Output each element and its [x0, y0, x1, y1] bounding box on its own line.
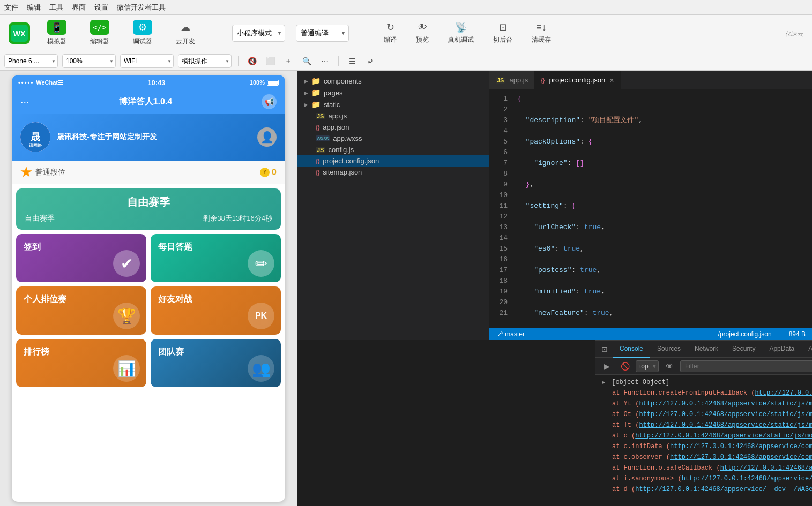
clearcache-button[interactable]: ≡↓ 清缓存 — [527, 20, 555, 47]
add-button[interactable]: ＋ — [281, 54, 295, 68]
file-tree-item-appjs[interactable]: JS app.js — [297, 110, 489, 122]
phone-title: 博洋答人1.0.4 — [29, 96, 262, 108]
editor-status-bar: ⎇ master /project.config.json 894 B — [489, 328, 812, 340]
expand-icon[interactable]: ▶ — [599, 379, 608, 387]
menu-tools[interactable]: 工具 — [49, 3, 63, 12]
devtools-tab-audits[interactable]: Audits — [802, 341, 812, 358]
console-line: at d (http://127.0.0.1:42468/appservice/… — [612, 484, 812, 495]
preview-button[interactable]: 👁 预览 — [412, 20, 433, 47]
team-icon: 👥 — [248, 355, 274, 382]
right-panel: ▶ 📁 components ▶ 📁 pages ▶ 📁 static — [297, 71, 812, 506]
editor-tab-projectjson[interactable]: {} project.config.json × — [534, 71, 620, 89]
console-link[interactable]: http://127.0.0.1:42468/appservice/static… — [639, 421, 812, 429]
team-circle-icon: 👥 — [248, 355, 274, 382]
compile-select-wrap[interactable]: 普通编译 自定义编译 — [296, 25, 349, 42]
console-context-wrap[interactable]: top ▼ — [636, 360, 659, 372]
phone-more-btn[interactable]: ··· — [20, 96, 29, 108]
phone-broadcast-btn[interactable]: 📢 — [262, 94, 277, 109]
cloud-icon: ☁ — [176, 20, 195, 35]
console-link[interactable]: http://127.0.0.1:42468/appservice/compon… — [670, 443, 812, 450]
devtools-tab-network[interactable]: Network — [688, 341, 725, 358]
device-select-wrap[interactable]: Phone 6 ... — [4, 54, 58, 68]
team-card[interactable]: 团队赛 👥 — [151, 339, 281, 387]
network-select[interactable]: WiFi — [120, 54, 174, 68]
season-banner[interactable]: 自由赛季 自由赛季 剩余38天13时16分4秒 — [16, 188, 281, 230]
realdevice-button[interactable]: 📡 真机调试 — [444, 19, 478, 47]
console-link[interactable]: http://127.0.0.1:42468/appservice/__dev_… — [635, 486, 812, 493]
console-link[interactable]: http://127.0.0.1:42468/appservice/compon… — [670, 454, 812, 461]
file-tree-item-configjs[interactable]: JS config.js — [297, 144, 489, 155]
simmode-select[interactable]: 模拟操作 — [178, 54, 232, 68]
menu-file[interactable]: 文件 — [4, 3, 18, 12]
devtools-tab-sources[interactable]: Sources — [651, 341, 687, 358]
console-link[interactable]: http://127.0.0.1:42468/appservice/__dev_… — [682, 475, 812, 482]
console-link[interactable]: http://127.0.0.1:42468/appservice/static… — [755, 389, 812, 397]
screen-button[interactable]: ⬜ — [263, 54, 277, 68]
tab-json-icon: {} — [541, 77, 545, 84]
file-tree-item-sitemapjson[interactable]: {} sitemap.json — [297, 167, 489, 178]
cloud-button[interactable]: ☁ 云开发 — [169, 20, 202, 46]
console-link[interactable]: http://127.0.0.1:42468/appservice/static… — [639, 411, 812, 418]
zoom-select[interactable]: 100% — [62, 54, 116, 68]
device-select[interactable]: Phone 6 ... — [4, 54, 58, 68]
network-select-wrap[interactable]: WiFi — [120, 54, 174, 68]
simmode-select-wrap[interactable]: 模拟操作 — [178, 54, 232, 68]
debugger-button[interactable]: ⚙ 调试器 — [126, 20, 159, 46]
menu-wechat[interactable]: 微信开发者工具 — [117, 3, 166, 12]
compile-button[interactable]: ↻ 编译 — [379, 19, 401, 47]
devtools-tab-security[interactable]: Security — [726, 341, 762, 358]
wrap-button[interactable]: ⤾ — [363, 54, 377, 68]
console-link[interactable]: http://127.0.0.1:42468/appservice/static… — [635, 432, 812, 440]
user-avatar[interactable]: 👤 — [257, 127, 277, 147]
devtools-inspect-btn[interactable]: ⊡ — [597, 342, 612, 357]
daily-card[interactable]: 每日答题 ✏ — [151, 234, 281, 282]
console-link[interactable]: http://127.0.0.1:42468/appservice/__dev_… — [720, 464, 812, 472]
clearcache-icon: ≡↓ — [536, 22, 547, 33]
compile-select[interactable]: 普通编译 自定义编译 — [296, 25, 349, 42]
console-filter-input[interactable] — [680, 360, 812, 372]
cutwindow-button[interactable]: ⊡ 切后台 — [489, 19, 517, 47]
volume-button[interactable]: 🔇 — [245, 54, 259, 68]
file-tree-item-static[interactable]: ▶ 📁 static — [297, 99, 489, 110]
console-link[interactable]: http://127.0.0.1:42468/appservice/static… — [639, 400, 812, 407]
devtools-tab-appdata[interactable]: AppData — [763, 341, 801, 358]
svg-text:WX: WX — [13, 29, 26, 38]
editor-tabs: JS app.js {} project.config.json × — [489, 71, 812, 89]
phone-time: 10:43 — [63, 79, 250, 87]
line-numbers: 12345 678910 1112131415 1617181920 21 — [489, 89, 511, 328]
file-tree-item-components[interactable]: ▶ 📁 components — [297, 75, 489, 87]
menu-settings[interactable]: 设置 — [94, 3, 108, 12]
more-button[interactable]: ⋯ — [318, 54, 332, 68]
leaderboard-card[interactable]: 排行榜 📊 — [16, 339, 146, 387]
file-tree-item-projectjson[interactable]: {} project.config.json — [297, 155, 489, 167]
file-tree-item-appjson[interactable]: {} app.json — [297, 122, 489, 133]
js-file-icon: JS — [316, 113, 325, 119]
file-tree: ▶ 📁 components ▶ 📁 pages ▶ 📁 static — [297, 71, 489, 340]
simulator-button[interactable]: 📱 模拟器 — [41, 20, 73, 46]
devtools-tab-console[interactable]: Console — [613, 341, 650, 358]
console-clear-btn[interactable]: 🚫 — [617, 359, 632, 374]
checkin-card[interactable]: 签到 ✔ — [16, 234, 146, 282]
menu-interface[interactable]: 界面 — [72, 3, 86, 12]
console-run-btn[interactable]: ▶ — [599, 359, 614, 374]
file-tree-item-pages[interactable]: ▶ 📁 pages — [297, 87, 489, 99]
editor-button[interactable]: </> 编辑器 — [84, 20, 116, 46]
file-tree-item-appwxss[interactable]: wxss app.wxss — [297, 133, 489, 144]
network-label: WeChat☰ — [36, 79, 63, 86]
zoom-select-wrap[interactable]: 100% — [62, 54, 116, 68]
arrow-icon: ▶ — [304, 102, 308, 108]
console-eye-btn[interactable]: 👁 — [662, 359, 677, 374]
menu-edit[interactable]: 编辑 — [27, 3, 41, 12]
indent-button[interactable]: ☰ — [345, 54, 359, 68]
pvp-card[interactable]: 好友对战 PK — [151, 286, 281, 335]
person-icon: 👤 — [257, 127, 277, 147]
console-line: at Ot (http://127.0.0.1:42468/appservice… — [612, 409, 812, 420]
mode-select[interactable]: 小程序模式 插件模式 — [232, 25, 285, 42]
console-context-select[interactable]: top — [636, 360, 659, 372]
mode-select-wrap[interactable]: 小程序模式 插件模式 — [232, 25, 285, 42]
ranking-card[interactable]: 个人排位赛 🏆 — [16, 286, 146, 335]
tab-close-btn[interactable]: × — [609, 76, 614, 85]
editor-tab-appjs[interactable]: JS app.js — [489, 71, 534, 89]
code-editor: JS app.js {} project.config.json × 12345… — [489, 71, 812, 340]
search-button[interactable]: 🔍 — [300, 54, 314, 68]
